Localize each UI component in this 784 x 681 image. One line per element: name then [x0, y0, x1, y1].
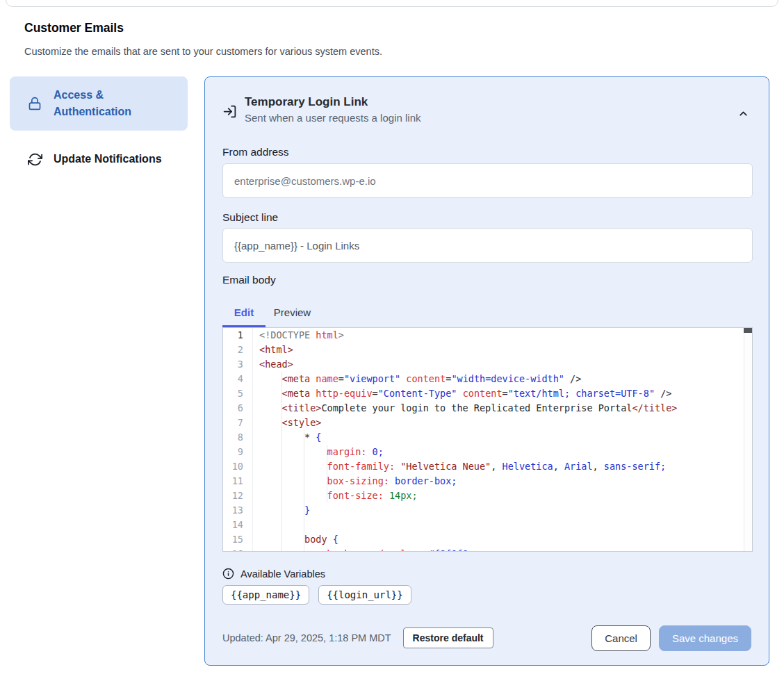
page-subtitle: Customize the emails that are sent to yo…	[24, 46, 382, 57]
email-body-label: Email body	[222, 274, 276, 286]
code-line: 1<!DOCTYPE html>	[223, 328, 752, 343]
refresh-icon	[26, 152, 43, 167]
sidebar-item-access-authentication[interactable]: Access & Authentication	[10, 76, 188, 131]
code-line: 8* {	[223, 430, 752, 445]
save-changes-button[interactable]: Save changes	[659, 625, 751, 651]
variable-chip-app-name[interactable]: {{app_name}}	[222, 585, 309, 605]
email-body-code-editor[interactable]: 1<!DOCTYPE html>2<html>3<head>4<meta nam…	[222, 327, 753, 552]
sidebar-item-update-notifications[interactable]: Update Notifications	[10, 142, 188, 176]
code-line: 7<style>	[223, 416, 752, 430]
editor-scrollbar-thumb[interactable]	[744, 328, 752, 333]
from-address-input[interactable]	[222, 163, 753, 198]
subject-line-label: Subject line	[222, 211, 278, 224]
panel-header: Temporary Login Link Sent when a user re…	[245, 95, 420, 124]
customer-emails-page: Customer Emails Customize the emails tha…	[0, 0, 784, 681]
variable-chip-login-url[interactable]: {{login_url}}	[318, 585, 411, 605]
updated-timestamp: Updated: Apr 29, 2025, 1:18 PM MDT	[222, 632, 391, 643]
available-variables-row: Available Variables	[222, 568, 325, 580]
editor-scrollbar[interactable]	[744, 328, 752, 551]
code-line: 12font-size: 14px;	[223, 489, 752, 503]
code-line: 9margin: 0;	[223, 445, 752, 459]
code-line: 15body {	[223, 532, 752, 547]
code-line: 4<meta name="viewport" content="width=de…	[223, 372, 752, 386]
code-line: 13}	[223, 503, 752, 518]
lock-icon	[26, 97, 43, 110]
code-line: 3<head>	[223, 357, 752, 372]
code-lines: 1<!DOCTYPE html>2<html>3<head>4<meta nam…	[223, 328, 752, 552]
page-title: Customer Emails	[24, 21, 124, 35]
available-variables-label: Available Variables	[240, 568, 325, 580]
code-line: 5<meta http-equiv="Content-Type" content…	[223, 386, 752, 401]
tab-edit[interactable]: Edit	[222, 300, 266, 325]
panel-subtitle: Sent when a user requests a login link	[245, 112, 420, 124]
variable-chips: {{app_name}} {{login_url}}	[222, 585, 411, 605]
email-types-sidebar: Access & Authentication Update Notificat…	[10, 76, 188, 176]
code-line: 11box-sizing: border-box;	[223, 474, 752, 489]
code-line: 14	[223, 518, 752, 532]
login-icon	[222, 104, 237, 119]
panel-title: Temporary Login Link	[245, 95, 420, 109]
info-icon	[222, 568, 234, 580]
cancel-button[interactable]: Cancel	[591, 625, 651, 651]
previous-card-edge	[6, 0, 778, 7]
tab-preview[interactable]: Preview	[266, 300, 319, 325]
code-line: 10font-family: "Helvetica Neue", Helveti…	[223, 459, 752, 474]
chevron-up-icon[interactable]	[737, 108, 749, 120]
code-line: 6<title>Complete your login to the Repli…	[223, 401, 752, 416]
sidebar-item-label: Update Notifications	[54, 151, 165, 167]
code-line: 2<html>	[223, 343, 752, 357]
restore-default-button[interactable]: Restore default	[403, 627, 493, 648]
code-line: 16background-color: #f8f8f8;	[223, 547, 752, 552]
sidebar-item-label: Access & Authentication	[54, 87, 165, 120]
temporary-login-link-panel: Temporary Login Link Sent when a user re…	[204, 76, 769, 666]
subject-line-input[interactable]	[222, 228, 753, 263]
from-address-label: From address	[222, 146, 289, 158]
panel-footer: Updated: Apr 29, 2025, 1:18 PM MDT Resto…	[222, 625, 751, 651]
